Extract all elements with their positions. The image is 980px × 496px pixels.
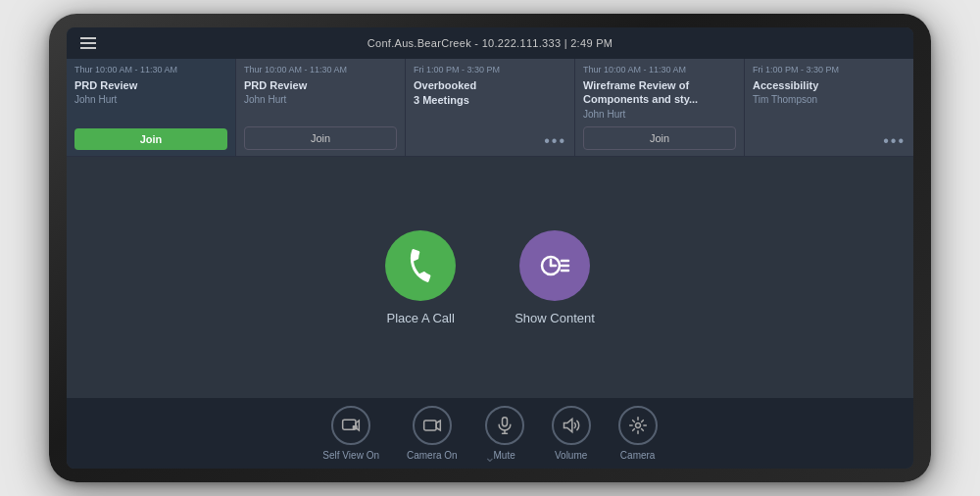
header-bar: Conf.Aus.BearCreek - 10.222.111.333 | 2:…: [67, 27, 913, 59]
volume-button[interactable]: Volume: [552, 406, 591, 461]
show-content-circle: [519, 230, 590, 301]
place-a-call-circle: [385, 230, 456, 301]
calendar-col-2: Thur 10:00 AM - 11:30 AM PRD Review John…: [236, 59, 406, 156]
show-content-icon: [539, 250, 570, 281]
svg-point-15: [635, 423, 640, 428]
menu-button[interactable]: [80, 37, 96, 49]
volume-label: Volume: [555, 450, 587, 461]
calendar-col-1: Thur 10:00 AM - 11:30 AM PRD Review John…: [67, 59, 236, 156]
mute-icon: [495, 416, 514, 435]
show-content-button[interactable]: Show Content: [514, 230, 595, 325]
join-button-4[interactable]: Join: [583, 126, 736, 150]
svg-rect-8: [353, 425, 358, 429]
cal-title-1: PRD Review: [74, 78, 227, 92]
cal-title-2: PRD Review: [244, 78, 397, 92]
more-button-3[interactable]: •••: [544, 132, 566, 150]
content-icon-svg: [539, 250, 570, 281]
cal-action-4: Join: [583, 126, 736, 150]
svg-marker-14: [564, 419, 571, 431]
volume-circle: [552, 406, 591, 445]
calendar-section: Thur 10:00 AM - 11:30 AM PRD Review John…: [67, 59, 913, 157]
camera-on-label: Camera On: [407, 450, 458, 461]
cal-person-4: John Hurt: [583, 109, 736, 120]
cal-time-4: Thur 10:00 AM - 11:30 AM: [583, 65, 736, 74]
cal-time-2: Thur 10:00 AM - 11:30 AM: [244, 65, 397, 74]
tablet: Conf.Aus.BearCreek - 10.222.111.333 | 2:…: [49, 14, 931, 482]
bottom-toolbar: Self View On Camera On: [67, 398, 913, 469]
header-title: Conf.Aus.BearCreek - 10.222.111.333 | 2:…: [368, 37, 613, 49]
cal-title-5: Accessibility: [753, 78, 906, 92]
cal-title-4: Wireframe Review of Components and sty..…: [583, 78, 736, 107]
chevron-up-icon[interactable]: ⌄: [484, 449, 496, 465]
main-content: Place A Call: [67, 157, 913, 398]
cal-time-3: Fri 1:00 PM - 3:30 PM: [414, 65, 566, 74]
svg-rect-9: [423, 421, 436, 430]
volume-icon: [562, 416, 581, 435]
svg-rect-11: [502, 418, 507, 426]
calendar-col-4: Thur 10:00 AM - 11:30 AM Wireframe Revie…: [575, 59, 745, 156]
camera-control-circle: [618, 406, 658, 445]
self-view-icon: [341, 416, 361, 435]
cal-person-1: John Hurt: [74, 94, 227, 105]
cal-time-1: Thur 10:00 AM - 11:30 AM: [74, 65, 227, 74]
camera-on-circle: [413, 406, 452, 445]
camera-control-icon: [628, 416, 648, 435]
calendar-col-5: Fri 1:00 PM - 3:30 PM Accessibility Tim …: [745, 59, 913, 156]
place-a-call-label: Place A Call: [386, 311, 454, 325]
cal-person-5: Tim Thompson: [753, 94, 906, 105]
svg-marker-10: [436, 421, 440, 430]
cal-title-3: Overbooked3 Meetings: [414, 78, 566, 109]
calendar-col-3: Fri 1:00 PM - 3:30 PM Overbooked3 Meetin…: [406, 59, 575, 156]
more-button-5[interactable]: •••: [883, 132, 906, 150]
show-content-label: Show Content: [514, 311, 595, 325]
camera-on-icon: [422, 416, 442, 435]
cal-action-2: Join: [244, 126, 397, 150]
mute-label: Mute: [494, 450, 515, 461]
self-view-button[interactable]: Self View On: [322, 406, 379, 461]
mute-circle: [485, 406, 524, 445]
self-view-label: Self View On: [322, 450, 379, 461]
join-button-2[interactable]: Join: [244, 126, 397, 150]
self-view-circle: [331, 406, 370, 445]
cal-person-2: John Hurt: [244, 94, 397, 105]
join-button-1[interactable]: Join: [74, 128, 227, 150]
phone-icon: [398, 242, 443, 287]
camera-control-button[interactable]: Camera: [618, 406, 658, 461]
cal-time-5: Fri 1:00 PM - 3:30 PM: [753, 65, 906, 74]
camera-control-label: Camera: [620, 450, 656, 461]
camera-on-button[interactable]: Camera On: [407, 406, 458, 461]
place-a-call-button[interactable]: Place A Call: [385, 230, 456, 325]
cal-action-1: Join: [74, 128, 227, 150]
tablet-screen: Conf.Aus.BearCreek - 10.222.111.333 | 2:…: [67, 27, 913, 469]
